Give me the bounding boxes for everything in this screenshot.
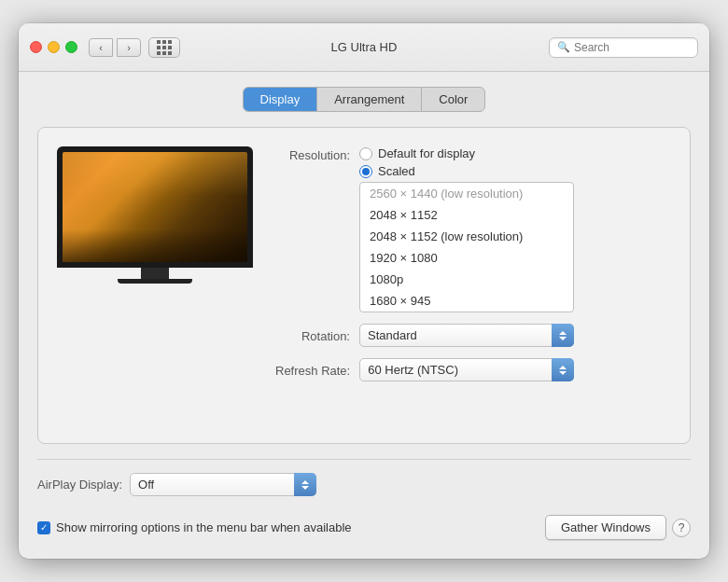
- back-button[interactable]: ‹: [89, 38, 113, 57]
- resolution-label: Resolution:: [275, 146, 359, 162]
- tab-arrangement[interactable]: Arrangement: [317, 88, 422, 111]
- search-box[interactable]: 🔍: [549, 37, 698, 58]
- window-title: LG Ultra HD: [331, 40, 398, 54]
- mirroring-checkbox[interactable]: ✓: [37, 521, 50, 534]
- checkmark-icon: ✓: [40, 523, 48, 533]
- titlebar: ‹ › LG Ultra HD 🔍: [19, 23, 709, 72]
- radio-default-label: Default for display: [378, 146, 475, 160]
- display-row: Resolution: Default for display: [57, 146, 671, 381]
- maximize-button[interactable]: [65, 41, 77, 53]
- rotation-dropdown-wrapper: Standard: [359, 324, 574, 347]
- mirroring-label: Show mirroring options in the menu bar w…: [56, 520, 352, 534]
- refresh-rate-row: Refresh Rate: 60 Hertz (NTSC): [275, 358, 671, 381]
- bottom-section: AirPlay Display: Off ✓ Show mirroring op…: [37, 459, 691, 540]
- radio-scaled-circle[interactable]: [359, 165, 372, 178]
- help-button[interactable]: ?: [672, 519, 691, 537]
- refresh-rate-label: Refresh Rate:: [275, 362, 359, 378]
- airplay-dropdown-wrapper: Off: [130, 473, 316, 496]
- grid-icon: [157, 40, 172, 55]
- monitor-preview: [57, 146, 253, 277]
- tab-group: Display Arrangement Color: [243, 87, 486, 112]
- refresh-rate-select[interactable]: 60 Hertz (NTSC): [359, 358, 574, 381]
- radio-scaled[interactable]: Scaled: [359, 164, 574, 178]
- main-window: ‹ › LG Ultra HD 🔍 Display Arrangement Co…: [19, 23, 709, 559]
- airplay-row: AirPlay Display: Off: [37, 473, 316, 496]
- close-button[interactable]: [30, 41, 42, 53]
- monitor-outer: [57, 146, 253, 268]
- rotation-select[interactable]: Standard: [359, 324, 574, 347]
- monitor-stand: [141, 268, 169, 279]
- tab-display[interactable]: Display: [244, 88, 318, 111]
- traffic-lights: [30, 41, 77, 53]
- grid-view-button[interactable]: [148, 37, 180, 58]
- mirroring-row: ✓ Show mirroring options in the menu bar…: [37, 515, 691, 540]
- resolution-list: 2560 × 1440 (low resolution) 2048 × 1152…: [359, 182, 574, 312]
- res-item-4[interactable]: 1080p: [360, 269, 573, 290]
- rotation-row: Rotation: Standard: [275, 324, 671, 347]
- radio-scaled-label: Scaled: [378, 164, 415, 178]
- gather-windows-button[interactable]: Gather Windows: [545, 515, 666, 540]
- tabs-container: Display Arrangement Color: [37, 87, 691, 112]
- res-item-5[interactable]: 1680 × 945: [360, 290, 573, 312]
- radio-default-circle[interactable]: [359, 147, 372, 160]
- res-item-2[interactable]: 2048 × 1152 (low resolution): [360, 226, 573, 247]
- forward-button[interactable]: ›: [117, 38, 141, 57]
- settings-area: Resolution: Default for display: [275, 146, 671, 381]
- res-item-1[interactable]: 2048 × 1152: [360, 204, 573, 226]
- radio-scaled-inner: [362, 168, 370, 175]
- radio-default[interactable]: Default for display: [359, 146, 574, 160]
- tab-color[interactable]: Color: [422, 88, 484, 111]
- rotation-label: Rotation:: [275, 327, 359, 343]
- radio-group: Default for display Scaled: [359, 146, 574, 178]
- window-content: Display Arrangement Color: [19, 72, 709, 559]
- monitor-screen: [63, 152, 247, 262]
- search-icon: 🔍: [557, 41, 570, 53]
- monitor-base: [118, 279, 192, 284]
- refresh-rate-dropdown-wrapper: 60 Hertz (NTSC): [359, 358, 574, 381]
- airplay-select[interactable]: Off: [130, 473, 316, 496]
- resolution-section: Resolution: Default for display: [275, 146, 671, 312]
- search-input[interactable]: [574, 41, 690, 54]
- airplay-label: AirPlay Display:: [37, 478, 122, 492]
- resolution-options: Default for display Scaled: [359, 146, 574, 312]
- nav-buttons: ‹ ›: [89, 38, 141, 57]
- minimize-button[interactable]: [48, 41, 60, 53]
- res-item-0[interactable]: 2560 × 1440 (low resolution): [360, 183, 573, 204]
- main-panel: Resolution: Default for display: [37, 127, 691, 444]
- res-item-3[interactable]: 1920 × 1080: [360, 247, 573, 269]
